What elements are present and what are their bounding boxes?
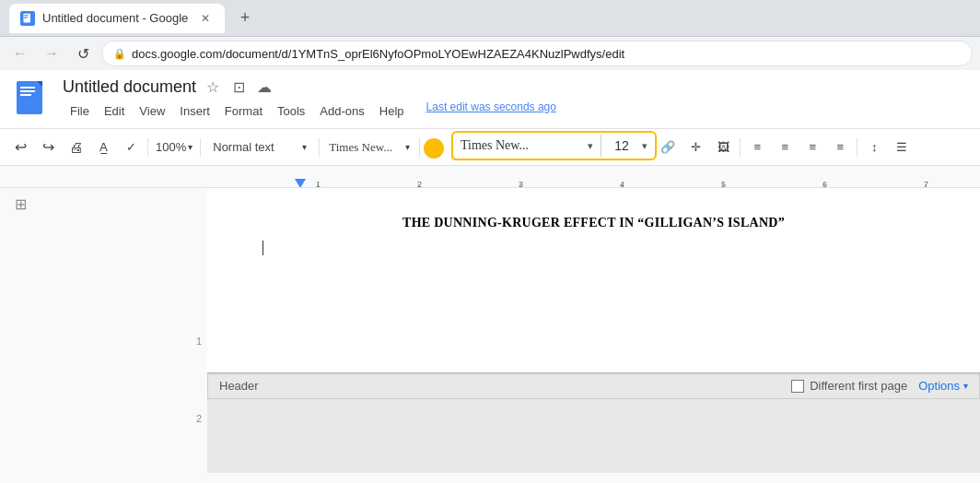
address-bar: ← → ↺ 🔒 docs.google.com/document/d/1YMTn… <box>0 37 980 70</box>
move-to-drive-icon[interactable]: ⊡ <box>229 77 248 96</box>
last-edit-status[interactable]: Last edit was seconds ago <box>426 100 556 122</box>
ruler-margin-marker[interactable] <box>295 179 306 188</box>
menu-bar: File Edit View Insert Format Tools Add-o… <box>63 100 556 122</box>
page-number-2: 2 <box>196 413 202 424</box>
toolbar: ↩ ↪ 🖨 A̲ ✓ 100% ▾ Normal text ▾ Times Ne… <box>0 129 980 166</box>
paint-format-button[interactable]: A̲ <box>90 135 116 160</box>
toolbar-divider-7 <box>857 138 858 157</box>
font-size-popup-dropdown-icon[interactable]: ▾ <box>642 140 648 152</box>
menu-view[interactable]: View <box>132 100 172 122</box>
menu-format[interactable]: Format <box>217 100 270 122</box>
different-first-page-checkbox-group[interactable]: Different first page <box>791 379 907 393</box>
browser-tab[interactable]: Untitled document - Google Doc... ✕ <box>9 4 225 33</box>
annotation-line <box>207 188 829 206</box>
toolbar-divider-4 <box>419 138 420 157</box>
svg-rect-3 <box>24 18 27 18</box>
zoom-selector[interactable]: 100% ▾ <box>152 135 196 160</box>
new-tab-button[interactable]: + <box>232 6 258 31</box>
align-center-button[interactable]: ≡ <box>772 135 798 160</box>
toolbar-divider-2 <box>200 138 201 157</box>
document-title-text[interactable]: THE DUNNING-KRUGER EFFECT IN “GILLIGAN’S… <box>262 216 925 230</box>
font-popup: Times New... ▾ 12 ▾ <box>451 131 657 160</box>
forward-button[interactable]: → <box>39 41 64 66</box>
svg-rect-5 <box>20 87 35 88</box>
toolbar-divider-6 <box>740 138 741 157</box>
svg-rect-2 <box>24 16 29 17</box>
print-button[interactable]: 🖨 <box>63 135 88 160</box>
address-input[interactable]: 🔒 docs.google.com/document/d/1YMTnS_oprE… <box>101 41 973 66</box>
style-selector[interactable]: Normal text ▾ <box>204 135 315 160</box>
insert-image-button[interactable]: 🖼 <box>710 135 736 160</box>
svg-text:2: 2 <box>417 180 422 189</box>
align-right-button[interactable]: ≡ <box>799 135 825 160</box>
doc-title[interactable]: Untitled document <box>63 77 196 97</box>
svg-text:6: 6 <box>822 180 827 189</box>
lock-icon: 🔒 <box>113 48 126 60</box>
main-content: ⊞ 1 2 THE DUNNING-KRUGER EFFECT IN “GILL… <box>0 188 980 483</box>
tab-title: Untitled document - Google Doc... <box>42 11 190 25</box>
spelling-button[interactable]: ✓ <box>118 135 144 160</box>
list-options-button[interactable]: ☰ <box>889 135 915 160</box>
tab-favicon <box>20 11 35 26</box>
ruler-ticks: 1 2 3 4 5 6 7 <box>207 177 980 189</box>
insert-comment-button[interactable]: ✛ <box>682 135 708 160</box>
yellow-dot-annotation <box>424 138 444 159</box>
svg-text:4: 4 <box>620 180 624 189</box>
header-options: Different first page Options ▾ <box>791 379 968 393</box>
header-section: Header Different first page Options ▾ <box>207 372 980 399</box>
header-options-button[interactable]: Options ▾ <box>918 379 968 393</box>
ruler: 1 2 3 4 5 6 7 <box>0 166 980 188</box>
text-cursor <box>262 241 263 255</box>
svg-rect-1 <box>24 15 29 16</box>
header-label: Header <box>219 379 259 393</box>
line-spacing-button[interactable]: ↕ <box>861 135 887 160</box>
cloud-icon[interactable]: ☁ <box>255 77 274 96</box>
link-button[interactable]: 🔗 <box>655 135 681 160</box>
font-selector[interactable]: Times New... ▾ <box>323 135 415 160</box>
doc-title-row: Untitled document ☆ ⊡ ☁ <box>63 77 556 97</box>
menu-edit[interactable]: Edit <box>97 100 132 122</box>
toolbar-divider-3 <box>319 138 320 157</box>
different-first-page-checkbox[interactable] <box>791 380 804 393</box>
menu-tools[interactable]: Tools <box>270 100 312 122</box>
page-number-1: 1 <box>196 336 202 347</box>
svg-text:1: 1 <box>316 180 321 189</box>
align-left-button[interactable]: ≡ <box>744 135 770 160</box>
svg-rect-4 <box>17 81 42 114</box>
grid-view-icon[interactable]: ⊞ <box>15 195 27 213</box>
justify-button[interactable]: ≡ <box>827 135 853 160</box>
header-content[interactable] <box>207 399 980 473</box>
redo-button[interactable]: ↪ <box>35 135 61 160</box>
document-area: THE DUNNING-KRUGER EFFECT IN “GILLIGAN’S… <box>207 188 980 483</box>
svg-text:3: 3 <box>519 180 523 189</box>
refresh-button[interactable]: ↺ <box>70 41 96 66</box>
svg-rect-7 <box>20 94 31 96</box>
doc-icon <box>15 81 52 118</box>
svg-text:5: 5 <box>721 180 726 189</box>
tab-close-btn[interactable]: ✕ <box>197 10 214 27</box>
font-popup-dropdown-icon[interactable]: ▾ <box>588 140 593 152</box>
font-popup-divider <box>601 135 601 157</box>
different-first-page-label: Different first page <box>810 379 907 393</box>
browser-chrome: Untitled document - Google Doc... ✕ + <box>0 0 980 37</box>
back-button[interactable]: ← <box>7 41 33 66</box>
svg-text:7: 7 <box>924 180 928 189</box>
menu-addons[interactable]: Add-ons <box>312 100 371 122</box>
doc-title-section: Untitled document ☆ ⊡ ☁ File Edit View I… <box>63 77 556 122</box>
menu-file[interactable]: File <box>63 100 97 122</box>
toolbar-divider-1 <box>147 138 148 157</box>
doc-page[interactable]: THE DUNNING-KRUGER EFFECT IN “GILLIGAN’S… <box>207 188 980 372</box>
undo-button[interactable]: ↩ <box>7 135 33 160</box>
menu-help[interactable]: Help <box>372 100 412 122</box>
font-popup-name[interactable]: Times New... <box>461 138 580 153</box>
star-icon[interactable]: ☆ <box>204 77 222 96</box>
menu-insert[interactable]: Insert <box>172 100 217 122</box>
address-text: docs.google.com/document/d/1YMTnS_oprEl6… <box>132 47 624 61</box>
app-header: Untitled document ☆ ⊡ ☁ File Edit View I… <box>0 70 980 129</box>
left-panel: ⊞ 1 2 <box>0 188 207 483</box>
font-popup-size[interactable]: 12 <box>609 138 635 153</box>
svg-rect-6 <box>20 90 35 92</box>
